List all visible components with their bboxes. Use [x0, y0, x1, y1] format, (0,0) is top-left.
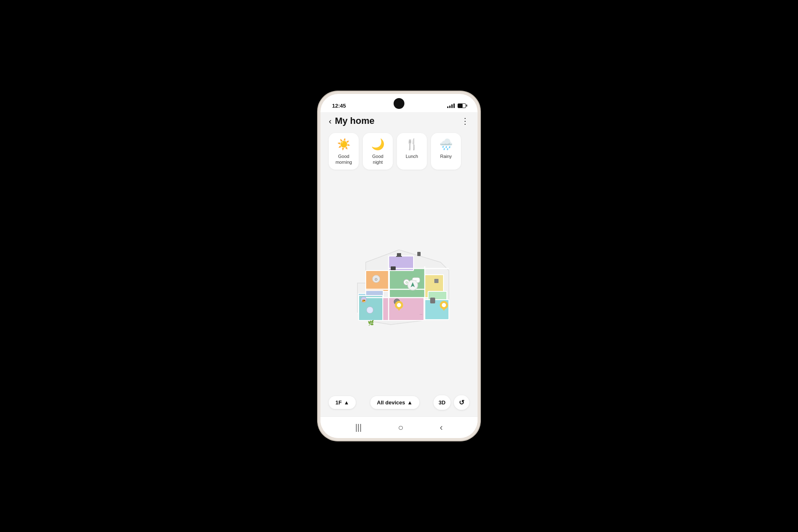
lunch-label: Lunch	[406, 153, 418, 159]
scene-card-good-morning[interactable]: ☀️ Goodmorning	[329, 133, 359, 170]
battery-icon	[458, 103, 466, 108]
svg-rect-19	[396, 256, 402, 257]
svg-rect-33	[430, 298, 435, 303]
app-content: ‹ My home ⋮ ☀️ Goodmorning 🌙 Goodnight 🍴…	[320, 112, 478, 416]
scene-card-rainy[interactable]: 🌧️ Rainy	[431, 133, 461, 170]
devices-filter-button[interactable]: All devices ▲	[370, 396, 419, 409]
home-button[interactable]: ○	[398, 422, 403, 433]
scene-card-good-night[interactable]: 🌙 Goodnight	[363, 133, 393, 170]
floorplan-container[interactable]: ⊙ 📻 ⊙	[332, 229, 466, 337]
svg-point-38	[442, 303, 446, 307]
svg-text:⊙: ⊙	[405, 281, 408, 284]
back-nav-button[interactable]: ‹	[440, 422, 443, 433]
status-icons	[447, 103, 466, 108]
svg-point-35	[397, 303, 401, 307]
rainy-icon: 🌧️	[439, 138, 453, 151]
phone-frame: 12:45 ‹ My home	[318, 91, 480, 441]
3d-view-button[interactable]: 3D	[433, 395, 451, 410]
floor-chevron-icon: ▲	[344, 399, 349, 406]
rainy-label: Rainy	[440, 153, 452, 159]
devices-chevron-icon: ▲	[407, 399, 413, 406]
devices-label: All devices	[377, 399, 405, 406]
floorplan-area: ⊙ 📻 ⊙	[320, 176, 478, 390]
svg-text:⊙: ⊙	[374, 277, 378, 281]
page-title: My home	[335, 116, 374, 126]
back-button[interactable]: ‹	[329, 116, 332, 126]
status-bar: 12:45	[320, 94, 478, 112]
svg-rect-18	[397, 253, 401, 256]
scene-card-lunch[interactable]: 🍴 Lunch	[397, 133, 427, 170]
recent-apps-button[interactable]: |||	[355, 423, 362, 432]
status-time: 12:45	[332, 103, 346, 109]
phone-screen: 12:45 ‹ My home	[320, 94, 478, 438]
svg-rect-28	[434, 279, 438, 283]
signal-icon	[447, 103, 455, 108]
floorplan-svg: ⊙ 📻 ⊙	[332, 229, 466, 337]
svg-text:···: ···	[420, 313, 423, 316]
floor-selector-button[interactable]: 1F ▲	[329, 396, 356, 409]
good-morning-icon: ☀️	[337, 138, 350, 151]
good-morning-label: Goodmorning	[335, 153, 352, 165]
view-toggle-group: 3D ↺	[433, 395, 469, 410]
more-options-button[interactable]: ⋮	[461, 116, 469, 126]
rotate-button[interactable]: ↺	[454, 395, 469, 410]
svg-text:🌿: 🌿	[368, 320, 374, 326]
lunch-icon: 🍴	[405, 138, 419, 151]
app-header: ‹ My home ⋮	[320, 112, 478, 131]
good-night-label: Goodnight	[372, 153, 384, 165]
svg-point-29	[367, 307, 373, 313]
svg-text:📻: 📻	[362, 298, 366, 302]
floor-label: 1F	[335, 399, 342, 406]
navigation-bar: ||| ○ ‹	[320, 416, 478, 438]
header-left: ‹ My home	[329, 116, 374, 126]
camera-notch	[394, 98, 404, 109]
bottom-controls: 1F ▲ All devices ▲ 3D ↺	[320, 390, 478, 416]
svg-rect-23	[391, 266, 396, 270]
good-night-icon: 🌙	[371, 138, 384, 151]
scene-cards-container: ☀️ Goodmorning 🌙 Goodnight 🍴 Lunch 🌧️ Ra…	[320, 131, 478, 176]
svg-rect-20	[417, 252, 421, 256]
